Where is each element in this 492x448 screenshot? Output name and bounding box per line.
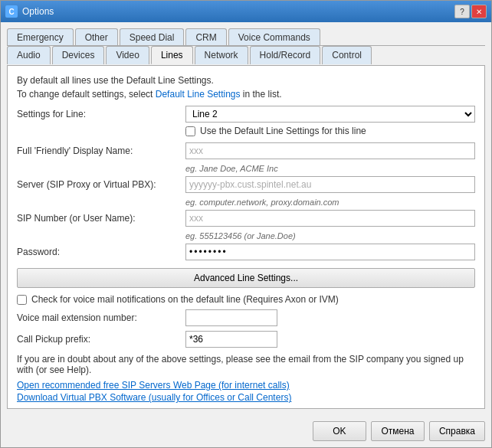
advanced-line-settings-button[interactable]: Advanced Line Settings... <box>17 268 475 288</box>
tab-hold-record[interactable]: Hold/Record <box>250 46 321 64</box>
tab-voice-commands[interactable]: Voice Commands <box>228 28 320 46</box>
settings-for-line-label: Settings for Line: <box>17 109 185 119</box>
tab-emergency[interactable]: Emergency <box>7 28 74 46</box>
use-default-checkbox-label[interactable]: Use the Default Line Settings for this l… <box>185 126 475 136</box>
virtual-pbx-link[interactable]: Download Virtual PBX Software (usually f… <box>17 392 475 403</box>
sip-number-row: SIP Number (or User Name): <box>17 210 475 227</box>
use-default-checkbox[interactable] <box>185 126 195 136</box>
tab-control[interactable]: Control <box>322 46 372 64</box>
ok-button[interactable]: OK <box>313 421 366 441</box>
title-bar: C Options ? ✕ <box>1 1 491 22</box>
tab-speed-dial[interactable]: Speed Dial <box>120 28 185 46</box>
info-line2: To change default settings, select Defau… <box>17 89 475 100</box>
voicemail-ext-row: Voice mail extension number: <box>17 309 475 326</box>
sip-number-hint: eg. 555123456 (or Jane.Doe) <box>185 231 475 240</box>
content-area: Emergency Other Speed Dial CRM Voice Com… <box>1 22 491 415</box>
pickup-prefix-label: Call Pickup prefix: <box>17 334 185 345</box>
voicemail-check-checkbox[interactable] <box>17 295 27 305</box>
voicemail-check-label[interactable]: Check for voice mail notifications on th… <box>17 294 475 305</box>
tab-other[interactable]: Other <box>75 28 118 46</box>
settings-for-line-select[interactable]: Line 2 Default Line Settings Line 1 Line… <box>185 106 475 123</box>
server-row: Server (SIP Proxy or Virtual PBX): <box>17 176 475 193</box>
tab-network[interactable]: Network <box>195 46 248 64</box>
password-label: Password: <box>17 247 185 257</box>
display-name-hint: eg. Jane Doe, ACME Inc <box>185 164 475 173</box>
password-input[interactable] <box>185 244 475 260</box>
password-row: Password: <box>17 244 475 260</box>
help-button[interactable]: Справка <box>429 421 485 441</box>
tabs-row1: Emergency Other Speed Dial CRM Voice Com… <box>7 28 485 46</box>
tab-video[interactable]: Video <box>106 46 149 64</box>
tab-devices[interactable]: Devices <box>52 46 105 64</box>
voicemail-ext-input[interactable] <box>185 309 277 326</box>
tab-lines[interactable]: Lines <box>151 46 193 64</box>
tab-panel-lines: By default all lines use the Default Lin… <box>7 65 485 409</box>
server-input[interactable] <box>185 176 475 193</box>
footer: OK Отмена Справка <box>1 415 491 447</box>
settings-for-line-row: Settings for Line: Line 2 Default Line S… <box>17 106 475 123</box>
help-window-button[interactable]: ? <box>454 5 470 18</box>
server-label: Server (SIP Proxy or Virtual PBX): <box>17 179 185 190</box>
sip-number-input[interactable] <box>185 210 475 227</box>
use-default-label: Use the Default Line Settings for this l… <box>200 126 366 136</box>
display-name-row: Full 'Friendly' Display Name: <box>17 142 475 159</box>
server-hint: eg. computer.network, proxy.domain.com <box>185 198 475 207</box>
pickup-prefix-row: Call Pickup prefix: <box>17 331 475 348</box>
info-line1: By default all lines use the Default Lin… <box>17 75 475 86</box>
body-text: If you are in doubt about any of the abo… <box>17 354 475 375</box>
display-name-label: Full 'Friendly' Display Name: <box>17 146 185 156</box>
sip-number-label: SIP Number (or User Name): <box>17 213 185 224</box>
info-line2-prefix: To change default settings, select <box>17 89 156 100</box>
window-title: Options <box>22 6 54 17</box>
sip-servers-link[interactable]: Open recommended free SIP Servers Web Pa… <box>17 380 475 391</box>
voicemail-ext-label: Voice mail extension number: <box>17 312 185 323</box>
tab-audio[interactable]: Audio <box>7 46 51 64</box>
options-window: C Options ? ✕ Emergency Other Speed Dial… <box>0 0 492 448</box>
info-line2-suffix: in the list. <box>241 89 282 100</box>
info-line2-link[interactable]: Default Line Settings <box>156 89 241 100</box>
voicemail-check-text: Check for voice mail notifications on th… <box>31 294 339 305</box>
use-default-row: Use the Default Line Settings for this l… <box>185 126 475 136</box>
display-name-input[interactable] <box>185 142 475 159</box>
cancel-button[interactable]: Отмена <box>371 421 425 441</box>
title-bar-buttons: ? ✕ <box>454 5 487 18</box>
title-bar-left: C Options <box>5 5 54 18</box>
tab-crm[interactable]: CRM <box>185 28 226 46</box>
close-window-button[interactable]: ✕ <box>471 5 487 18</box>
tabs-row2: Audio Devices Video Lines Network Hold/R… <box>7 45 485 64</box>
pickup-prefix-input[interactable] <box>185 331 277 348</box>
app-icon: C <box>5 5 18 18</box>
